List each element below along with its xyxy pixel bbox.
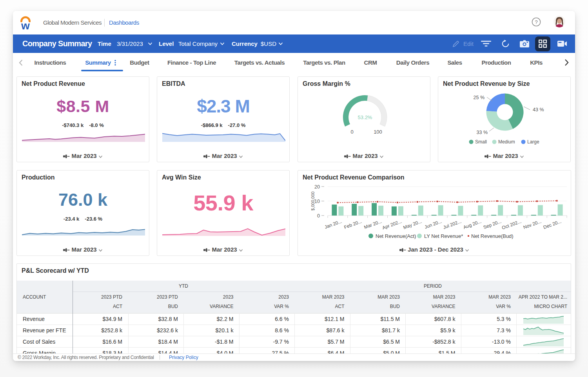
svg-text:Small: Small	[475, 139, 487, 145]
svg-text:Feb 20...: Feb 20...	[343, 219, 363, 230]
svg-text:0: 0	[350, 129, 353, 135]
svg-text:Aug 20...: Aug 20...	[463, 219, 482, 230]
svg-text:100: 100	[374, 129, 382, 135]
svg-text:$,000,000: $,000,000	[310, 192, 315, 211]
svg-text:Medium: Medium	[498, 139, 515, 145]
svg-text:Jan 20...: Jan 20...	[324, 219, 343, 230]
svg-text:25 %: 25 %	[474, 95, 485, 100]
svg-text:Sep 20...: Sep 20...	[483, 219, 502, 230]
svg-text:May 20...: May 20...	[403, 219, 423, 230]
svg-text:Nov 20...: Nov 20...	[523, 219, 542, 230]
svg-text:Dec 20...: Dec 20...	[543, 219, 562, 230]
svg-text:Large: Large	[527, 139, 539, 145]
svg-text:Mar 20...: Mar 20...	[363, 219, 383, 230]
svg-text:43 %: 43 %	[533, 107, 544, 112]
svg-text:10: 10	[314, 199, 320, 204]
svg-text:33 %: 33 %	[477, 130, 488, 135]
svg-text:Oct 202...: Oct 202...	[501, 219, 522, 231]
svg-text:53.2%: 53.2%	[358, 114, 372, 120]
svg-text:0: 0	[317, 213, 320, 219]
svg-text:?: ?	[535, 19, 537, 25]
svg-text:Apr 202...: Apr 202...	[381, 219, 403, 231]
svg-text:20: 20	[314, 184, 320, 190]
svg-text:w: w	[21, 20, 30, 30]
svg-text:Net Revenue(Act): Net Revenue(Act)	[376, 233, 416, 239]
svg-text:Net Revenue(Bud): Net Revenue(Bud)	[471, 233, 514, 239]
svg-text:Jul 202...: Jul 202...	[442, 219, 462, 230]
svg-text:LY Net Revenue*: LY Net Revenue*	[424, 233, 463, 239]
svg-text:Jun 20...: Jun 20...	[424, 219, 443, 230]
